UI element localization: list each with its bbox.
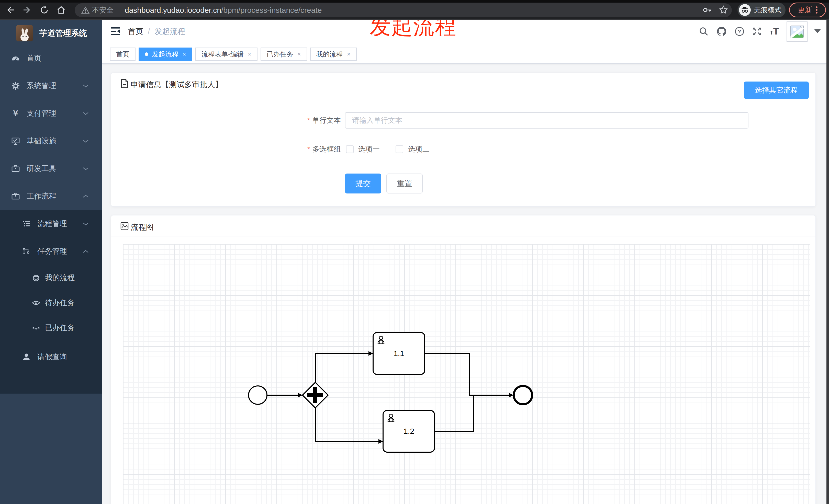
checkbox-option-2-label[interactable]: 选项二 <box>408 141 430 157</box>
checkbox-option-1[interactable] <box>346 146 354 153</box>
sidebar-logo-row[interactable]: 芋道管理系统 <box>0 20 102 46</box>
avatar[interactable] <box>787 22 807 42</box>
github-icon <box>716 26 727 37</box>
apply-info-card: 申请信息【测试多审批人】 选择其它流程 *单行文本 *多选框组 选项一 选项二 … <box>111 73 816 206</box>
update-label: 更新 <box>798 5 813 15</box>
checkbox-option-1-label[interactable]: 选项一 <box>358 141 380 157</box>
chevron-down-icon <box>82 167 89 171</box>
close-icon[interactable]: × <box>183 51 186 57</box>
incognito-badge: 无痕模式 <box>737 3 786 17</box>
sidebar-item-done-tasks[interactable]: 已办任务 <box>0 315 102 341</box>
browser-home-button[interactable] <box>55 4 68 16</box>
chevron-up-icon <box>82 194 89 198</box>
broken-image-icon <box>790 24 804 39</box>
forward-icon <box>23 5 32 15</box>
submit-button[interactable]: 提交 <box>345 173 381 193</box>
bookmark-star-button[interactable] <box>717 4 730 16</box>
bpmn-user-task-1-2[interactable]: 1.2 <box>383 411 434 452</box>
dashboard-icon <box>11 54 20 63</box>
collapse-menu-icon <box>111 27 121 36</box>
sidebar-item-todo-tasks[interactable]: 待办任务 <box>0 290 102 315</box>
checkbox-option-2[interactable] <box>396 146 403 153</box>
bpmn-user-task-1-1[interactable]: 1.1 <box>373 333 425 375</box>
warning-icon <box>81 6 89 14</box>
header-github-button[interactable] <box>716 26 727 37</box>
sidebar-item-infrastructure[interactable]: 基础设施 <box>0 127 102 155</box>
search-icon <box>698 26 709 37</box>
task-label: 1.2 <box>403 427 414 435</box>
eye-closed-icon <box>32 323 40 332</box>
browser-toolbar: 不安全 dashboard.yudao.iocoder.cn /bpm/proc… <box>0 0 829 20</box>
header-search-button[interactable] <box>698 26 709 37</box>
app-header: 首页 / 发起流程 ? <box>102 20 826 43</box>
sidebar-item-home[interactable]: 首页 <box>0 44 102 72</box>
sidebar-item-leave-query[interactable]: 请假查询 <box>0 341 102 374</box>
back-icon <box>5 5 15 15</box>
sidebar-item-payment[interactable]: ¥ 支付管理 <box>0 100 102 127</box>
user-icon <box>22 353 31 361</box>
home-icon <box>56 5 66 15</box>
choose-other-process-button[interactable]: 选择其它流程 <box>744 81 809 99</box>
bpmn-canvas[interactable]: 1.1 1.2 <box>123 244 810 504</box>
chevron-up-icon <box>82 249 89 254</box>
sidebar-item-task-mgmt[interactable]: 任务管理 <box>0 238 102 265</box>
close-icon[interactable]: × <box>248 51 251 57</box>
edge-gateway-to-task2 <box>315 408 379 441</box>
browser-update-button[interactable]: 更新 <box>789 3 826 17</box>
logo-rabbit-image <box>16 25 33 41</box>
reset-button[interactable]: 重置 <box>386 173 423 193</box>
avatar-dropdown-caret[interactable] <box>814 29 821 33</box>
sidebar-collapse-button[interactable] <box>111 27 121 36</box>
breadcrumb-separator: / <box>148 27 150 36</box>
breadcrumb: 首页 / 发起流程 <box>128 20 185 43</box>
chevron-down-icon <box>82 84 89 88</box>
chevron-down-icon <box>82 111 89 116</box>
close-icon[interactable]: × <box>297 51 301 57</box>
flow-diagram-title: 流程图 <box>131 222 154 233</box>
tab-start-process[interactable]: 发起流程 × <box>139 47 192 61</box>
required-star: * <box>308 145 310 153</box>
monitor-icon <box>11 137 20 146</box>
help-icon: ? <box>734 26 745 37</box>
sidebar: 芋道管理系统 首页 系统管理 <box>0 20 102 504</box>
url-path[interactable]: /bpm/process-instance/create <box>221 6 322 14</box>
url-host[interactable]: dashboard.yudao.iocoder.cn <box>125 6 221 14</box>
bpmn-parallel-gateway[interactable] <box>302 382 328 408</box>
sidebar-item-my-process[interactable]: 我的流程 <box>0 265 102 290</box>
sidebar-item-workflow[interactable]: 工作流程 <box>0 183 102 210</box>
bpmn-start-event[interactable] <box>249 386 267 404</box>
edge-task1-to-end <box>425 353 509 395</box>
tab-my-process[interactable]: 我的流程 × <box>310 47 357 61</box>
tab-process-form-edit[interactable]: 流程表单-编辑 × <box>195 47 257 61</box>
page-root: 发起流程 <box>0 0 829 504</box>
header-help-button[interactable]: ? <box>734 26 745 37</box>
nodes-icon <box>22 247 31 256</box>
browser-back-button[interactable] <box>4 4 16 16</box>
tab-done-tasks[interactable]: 已办任务 × <box>260 47 307 61</box>
browser-menu-icon[interactable] <box>816 6 818 13</box>
header-fullscreen-button[interactable] <box>751 26 762 37</box>
sidebar-item-dev-tools[interactable]: 研发工具 <box>0 155 102 183</box>
incognito-icon <box>739 4 751 16</box>
star-icon <box>718 5 728 15</box>
svg-text:¥: ¥ <box>13 109 18 118</box>
breadcrumb-current: 发起流程 <box>154 26 185 37</box>
close-icon[interactable]: × <box>347 51 351 57</box>
header-fontsize-button[interactable]: TT <box>769 26 780 37</box>
single-text-input[interactable] <box>345 112 749 128</box>
browser-reload-button[interactable] <box>38 4 50 16</box>
bpmn-end-event[interactable] <box>514 386 532 404</box>
sidebar-item-system[interactable]: 系统管理 <box>0 72 102 100</box>
security-label[interactable]: 不安全 <box>92 5 113 15</box>
breadcrumb-home[interactable]: 首页 <box>128 26 143 37</box>
browser-forward-button[interactable] <box>21 4 34 16</box>
edge-gateway-to-task1 <box>315 353 368 382</box>
tab-home[interactable]: 首页 <box>110 47 136 61</box>
password-key-button[interactable] <box>700 4 713 16</box>
briefcase-icon <box>11 192 20 201</box>
page-scrollbar[interactable] <box>826 20 829 504</box>
sidebar-item-process-mgmt[interactable]: 流程管理 <box>0 210 102 238</box>
picture-icon <box>120 222 129 230</box>
window-top-strip <box>0 0 829 3</box>
address-bar[interactable]: 不安全 dashboard.yudao.iocoder.cn /bpm/proc… <box>75 3 732 17</box>
